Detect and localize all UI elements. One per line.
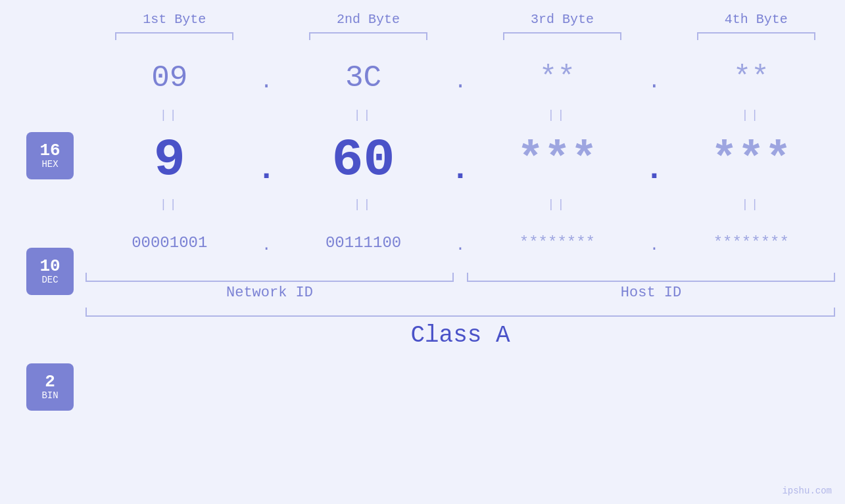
dec-dot2: . <box>447 132 473 187</box>
dec-b4: *** <box>667 135 835 185</box>
byte-headers: 1st Byte 2nd Byte 3rd Byte 4th Byte <box>91 12 840 40</box>
bin-row: 00001001 . 00111100 . ******** . <box>85 216 835 269</box>
byte4-header: 4th Byte <box>672 12 840 40</box>
byte2-header: 2nd Byte <box>284 12 452 40</box>
dec-dot1: . <box>254 132 279 187</box>
all-bracket <box>85 308 835 317</box>
data-area: 16 HEX 10 DEC 2 BIN 09 . <box>0 40 845 349</box>
bottom-brackets <box>85 273 835 282</box>
class-label-container: Class A <box>85 322 835 349</box>
bin-b4: ******** <box>667 234 835 252</box>
dec-row: 9 . 60 . *** . *** <box>85 127 835 193</box>
hex-dot2: . <box>447 63 473 94</box>
network-id-label: Network ID <box>85 285 454 301</box>
rows-wrapper: 09 . 3C . ** . ** <box>85 47 835 349</box>
byte3-header: 3rd Byte <box>478 12 646 40</box>
base-labels: 16 HEX 10 DEC 2 BIN <box>26 132 74 411</box>
host-id-label: Host ID <box>467 285 835 301</box>
hex-b2: 3C <box>279 61 448 95</box>
hex-badge: 16 HEX <box>26 132 74 179</box>
bin-b3: ******** <box>473 234 642 252</box>
hex-b4: ** <box>667 61 835 95</box>
dec-b1: 9 <box>85 130 254 190</box>
dec-b2: 60 <box>279 130 448 190</box>
host-bracket <box>467 273 835 282</box>
network-bracket <box>85 273 454 282</box>
bin-b1: 00001001 <box>85 234 254 252</box>
bin-dot3: . <box>641 231 667 254</box>
hex-dot1: . <box>254 63 279 94</box>
connector-hex-dec: || || || || <box>85 103 835 127</box>
bin-dot1: . <box>254 231 279 254</box>
main-container: 1st Byte 2nd Byte 3rd Byte 4th Byte 16 H… <box>0 0 845 504</box>
bin-b2: 00111100 <box>279 234 448 252</box>
connector-dec-bin: || || || || <box>85 193 835 216</box>
hex-b3: ** <box>473 61 642 95</box>
byte1-header: 1st Byte <box>91 12 259 40</box>
id-labels: Network ID Host ID <box>85 285 835 301</box>
bin-dot2: . <box>447 231 473 254</box>
watermark: ipshu.com <box>782 486 832 496</box>
dec-badge: 10 DEC <box>26 248 74 295</box>
hex-b1: 09 <box>85 61 254 95</box>
bin-badge: 2 BIN <box>26 363 74 411</box>
hex-row: 09 . 3C . ** . ** <box>85 53 835 103</box>
dec-b3: *** <box>473 135 642 185</box>
dec-dot3: . <box>641 132 667 187</box>
hex-dot3: . <box>641 63 667 94</box>
